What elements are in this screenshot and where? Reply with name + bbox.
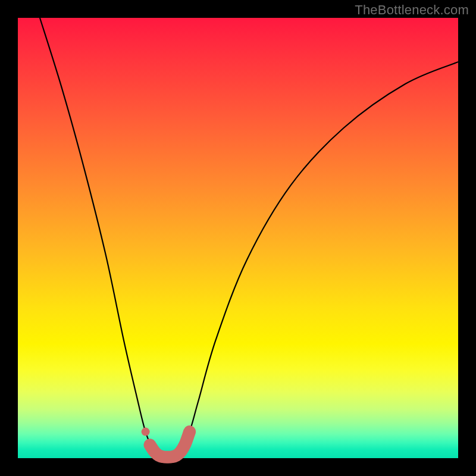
- curve-group: [40, 18, 458, 458]
- curve-svg: [18, 18, 458, 458]
- chart-frame: TheBottleneck.com: [0, 0, 476, 476]
- marker-group: [142, 428, 190, 458]
- plot-area: [18, 18, 458, 458]
- watermark-text: TheBottleneck.com: [355, 2, 469, 18]
- marker-band: [150, 432, 190, 458]
- marker-dot: [142, 428, 150, 436]
- bottleneck-curve: [40, 18, 458, 458]
